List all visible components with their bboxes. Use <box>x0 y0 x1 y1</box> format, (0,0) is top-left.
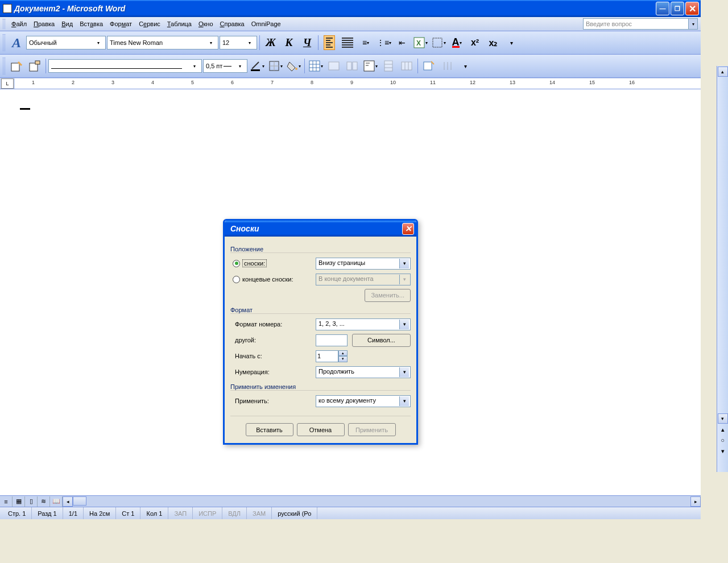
print-layout-button[interactable]: ▯ <box>25 496 38 507</box>
apply-button: Применить <box>348 423 396 436</box>
dialog-close-button[interactable]: ✕ <box>402 223 414 235</box>
chevron-down-icon: ▾ <box>425 40 428 45</box>
minimize-button[interactable]: ― <box>656 2 669 15</box>
menu-insert[interactable]: Вставка <box>76 19 106 29</box>
border-color-button[interactable]: ▾ <box>249 57 266 74</box>
outside-border-button[interactable]: ▾ <box>267 57 284 74</box>
reading-layout-button[interactable]: 📖 <box>50 496 63 507</box>
draw-table-button[interactable] <box>8 57 25 74</box>
style-dropdown[interactable]: Обычный▾ <box>26 36 106 49</box>
menu-view[interactable]: Вид <box>58 19 76 29</box>
autoformat-table-button[interactable] <box>420 57 437 74</box>
close-button[interactable]: ✕ <box>685 2 699 15</box>
toolbar-overflow[interactable]: ▾ <box>457 57 474 74</box>
merge-cells-button[interactable] <box>325 57 342 74</box>
subscript-button[interactable]: x₂ <box>485 34 502 51</box>
status-rec[interactable]: ЗАП <box>168 507 193 519</box>
toolbar-grip[interactable] <box>3 57 5 74</box>
status-ext[interactable]: ВДЛ <box>222 507 247 519</box>
symbol-button[interactable]: Символ... <box>352 334 411 347</box>
outline-view-button[interactable]: ≋ <box>38 496 50 507</box>
font-color-button[interactable]: A▾ <box>448 34 465 51</box>
line-style-dropdown[interactable]: ▾ <box>48 59 202 73</box>
menu-help[interactable]: Справка <box>217 19 248 29</box>
horizontal-scrollbar[interactable]: ◂ ▸ <box>63 496 701 507</box>
status-pages[interactable]: 1/1 <box>63 507 84 519</box>
document-area[interactable]: Сноски ✕ Положение сноски: Внизу страниц… <box>0 89 701 495</box>
help-search-dropdown[interactable]: ▾ <box>689 18 698 30</box>
menu-omnipage[interactable]: OmniPage <box>248 19 284 29</box>
status-ovr[interactable]: ЗАМ <box>247 507 272 519</box>
distribute-rows-button[interactable] <box>380 57 397 74</box>
decrease-indent-button[interactable]: ⇤ <box>394 34 411 51</box>
status-line[interactable]: Ст 1 <box>116 507 140 519</box>
line-weight-dropdown[interactable]: 0,5 пт▾ <box>203 59 247 73</box>
endnotes-radio[interactable]: концевые сноски: <box>230 276 316 283</box>
menu-file[interactable]: Фdocument.currentScript.previousElementS… <box>8 19 30 29</box>
menu-table[interactable]: Таблица <box>164 19 195 29</box>
menu-service[interactable]: Сервис <box>135 19 164 29</box>
section-position-label: Положение <box>230 246 411 253</box>
insert-table-button[interactable]: ▾ <box>307 57 324 74</box>
insert-button[interactable]: Вставить <box>246 423 293 436</box>
menu-window[interactable]: Окно <box>195 19 217 29</box>
tab-selector[interactable]: L <box>1 78 14 89</box>
insert-excel-button[interactable]: X▾ <box>412 34 429 51</box>
apply-to-dropdown[interactable]: ко всему документу <box>316 395 411 407</box>
web-layout-button[interactable]: ▦ <box>13 496 25 507</box>
font-size-dropdown[interactable]: 12▾ <box>220 36 257 49</box>
normal-view-button[interactable]: ≡ <box>0 496 13 507</box>
font-dropdown[interactable]: Times New Roman▾ <box>107 36 218 49</box>
align-left-icon <box>324 35 335 50</box>
status-section[interactable]: Разд 1 <box>32 507 63 519</box>
distribute-cols-button[interactable] <box>398 57 415 74</box>
toolbar-overflow[interactable]: ▾ <box>503 34 520 51</box>
superscript-button[interactable]: x² <box>466 34 483 51</box>
status-page[interactable]: Стр. 1 <box>2 507 32 519</box>
italic-button[interactable]: К <box>280 34 297 51</box>
chevron-down-icon: ▾ <box>262 64 264 69</box>
styles-button[interactable]: A <box>8 34 25 51</box>
status-language[interactable]: русский (Ро <box>272 507 317 519</box>
menu-format[interactable]: Формат <box>106 19 135 29</box>
start-at-spinner[interactable]: ▴▾ <box>316 350 348 362</box>
maximize-button[interactable]: ❐ <box>671 2 684 15</box>
dialog-titlebar[interactable]: Сноски ✕ <box>225 221 416 237</box>
status-trk[interactable]: ИСПР <box>193 507 222 519</box>
scroll-left-button[interactable]: ◂ <box>63 496 73 507</box>
menu-edit[interactable]: Правка <box>30 19 58 29</box>
svg-rect-11 <box>309 61 320 71</box>
numbered-list-button[interactable]: ≡▾ <box>357 34 374 51</box>
underline-button[interactable]: Ч <box>299 34 316 51</box>
status-col[interactable]: Кол 1 <box>140 507 168 519</box>
scroll-thumb[interactable] <box>73 496 86 506</box>
menubar: Фdocument.currentScript.previousElementS… <box>0 17 701 31</box>
align-justify-button[interactable] <box>339 34 356 51</box>
menu-grip[interactable] <box>3 19 5 29</box>
text-direction-button[interactable] <box>439 57 456 74</box>
numbering-dropdown[interactable]: Продолжить <box>316 366 411 378</box>
cancel-button[interactable]: Отмена <box>297 423 345 436</box>
toolbar-grip[interactable] <box>3 34 5 51</box>
start-at-input[interactable] <box>316 350 338 362</box>
number-format-dropdown[interactable]: 1, 2, 3, ... <box>316 318 411 330</box>
split-cells-button[interactable] <box>344 57 361 74</box>
bulleted-list-button[interactable]: ⋮≡▾ <box>375 34 392 51</box>
horizontal-ruler[interactable]: 12345678910111213141516 <box>15 78 701 89</box>
scroll-right-button[interactable]: ▸ <box>690 496 701 507</box>
align-left-button[interactable] <box>321 34 338 51</box>
help-search-input[interactable]: Введите вопрос <box>583 18 689 30</box>
cell-alignment-button[interactable]: ▾ <box>362 57 379 74</box>
custom-mark-input[interactable] <box>316 334 348 346</box>
borders-button[interactable]: ▾ <box>430 34 447 51</box>
chevron-down-icon: ▾ <box>321 64 323 69</box>
spin-down-icon[interactable]: ▾ <box>338 356 348 362</box>
footnotes-radio[interactable]: сноски: <box>230 259 316 267</box>
status-at[interactable]: На 2см <box>84 507 116 519</box>
shading-color-button[interactable]: ▾ <box>285 57 302 74</box>
eraser-button[interactable] <box>26 57 43 74</box>
bold-button[interactable]: Ж <box>262 34 279 51</box>
footnotes-position-dropdown[interactable]: Внизу страницы <box>316 258 411 270</box>
ruler-mark: 11 <box>430 80 436 85</box>
spin-up-icon[interactable]: ▴ <box>338 350 348 357</box>
